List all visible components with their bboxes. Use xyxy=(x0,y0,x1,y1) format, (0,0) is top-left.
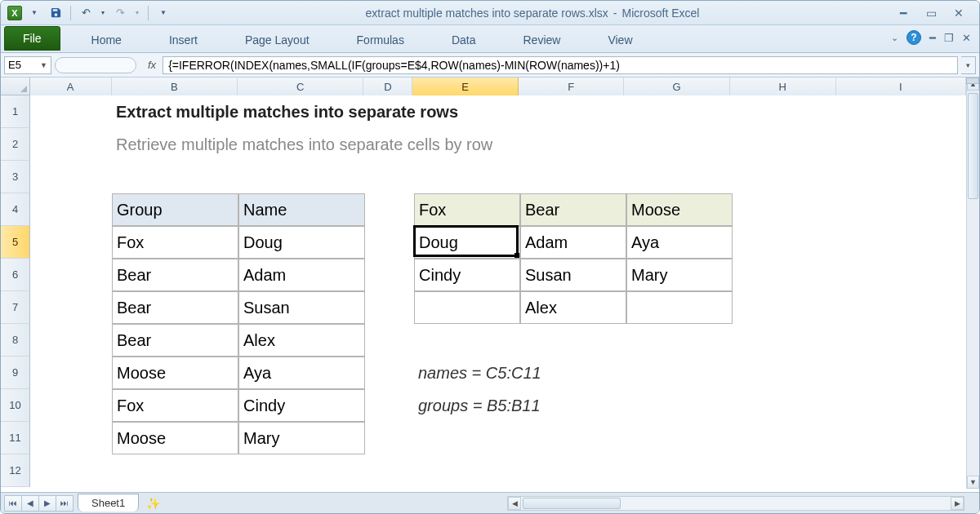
left-cell-group[interactable]: Moose xyxy=(112,422,238,454)
redo-dropdown-icon[interactable]: ▾ xyxy=(132,4,142,22)
redo-button[interactable]: ↷ xyxy=(111,4,129,22)
row-header-5[interactable]: 5 xyxy=(1,226,30,259)
col-header-G[interactable]: G xyxy=(624,78,730,95)
left-cell-name[interactable]: Cindy xyxy=(238,389,365,422)
note-groups[interactable]: groups = B5:B11 xyxy=(414,389,741,422)
tab-home[interactable]: Home xyxy=(91,28,122,52)
sheet-tab-active[interactable]: Sheet1 xyxy=(78,494,139,512)
left-cell-group[interactable]: Bear xyxy=(112,324,238,357)
row-header-6[interactable]: 6 xyxy=(1,259,30,291)
ribbon-minimize-icon[interactable]: ⌄ xyxy=(891,33,898,43)
row-header-10[interactable]: 10 xyxy=(1,389,30,422)
right-cell[interactable]: Cindy xyxy=(414,259,520,291)
col-header-H[interactable]: H xyxy=(730,78,836,95)
spreadsheet-grid[interactable]: ABCDEFGHI 123456789101112 Extract multip… xyxy=(1,78,979,489)
cells-area[interactable]: Extract multiple matches into separate r… xyxy=(30,95,966,489)
row-header-3[interactable]: 3 xyxy=(1,161,30,193)
horizontal-scrollbar[interactable]: ◀ ▶ xyxy=(507,496,964,511)
row-header-8[interactable]: 8 xyxy=(1,324,30,357)
excel-menu-dropdown-icon[interactable]: ▼ xyxy=(25,4,43,22)
quick-access-toolbar: X ▼ ↶ ▾ ↷ ▾ ▼ xyxy=(7,4,172,22)
left-cell-name[interactable]: Doug xyxy=(238,226,365,259)
row-header-2[interactable]: 2 xyxy=(1,128,30,161)
left-cell-name[interactable]: Mary xyxy=(238,422,365,454)
col-header-C[interactable]: C xyxy=(238,78,363,95)
vscroll-thumb[interactable] xyxy=(968,93,978,199)
right-cell[interactable]: Mary xyxy=(626,259,733,291)
sheet-nav-first-icon[interactable]: ⏮ xyxy=(4,495,22,512)
col-header-D[interactable]: D xyxy=(363,78,412,95)
right-cell[interactable]: Aya xyxy=(626,226,733,259)
right-header-moose[interactable]: Moose xyxy=(626,193,733,226)
file-tab[interactable]: File xyxy=(4,26,60,51)
col-header-F[interactable]: F xyxy=(519,78,625,95)
scroll-right-icon[interactable]: ▶ xyxy=(951,497,964,510)
row-header-9[interactable]: 9 xyxy=(1,357,30,389)
row-header-12[interactable]: 12 xyxy=(1,454,30,487)
left-cell-name[interactable]: Susan xyxy=(238,291,365,324)
maximize-button[interactable]: ▭ xyxy=(920,6,942,20)
page-subtitle[interactable]: Retrieve multiple matches into separate … xyxy=(112,128,847,161)
name-box-dropdown-icon[interactable]: ▼ xyxy=(40,61,47,69)
close-button[interactable]: ✕ xyxy=(948,6,969,20)
help-icon[interactable]: ? xyxy=(906,30,921,45)
hscroll-thumb[interactable] xyxy=(523,498,621,509)
formula-input[interactable]: {=IFERROR(INDEX(names,SMALL(IF(groups=E$… xyxy=(163,56,958,74)
vertical-scrollbar[interactable]: ▲ ▼ xyxy=(966,78,979,489)
left-cell-group[interactable]: Bear xyxy=(112,259,238,291)
scroll-down-icon[interactable]: ▼ xyxy=(967,476,979,489)
fx-button[interactable]: fx xyxy=(148,59,156,71)
col-header-I[interactable]: I xyxy=(836,78,966,95)
excel-app-icon[interactable]: X xyxy=(7,6,22,20)
qat-customize-icon[interactable]: ▼ xyxy=(154,4,172,22)
right-cell[interactable]: Alex xyxy=(520,291,626,324)
left-cell-name[interactable]: Alex xyxy=(238,324,365,357)
split-handle[interactable] xyxy=(966,78,979,84)
sheet-nav-next-icon[interactable]: ▶ xyxy=(38,495,56,512)
right-cell[interactable] xyxy=(626,291,733,324)
scroll-left-icon[interactable]: ◀ xyxy=(508,497,521,510)
save-button[interactable] xyxy=(47,4,65,22)
minimize-button[interactable]: ━ xyxy=(893,6,914,20)
right-header-bear[interactable]: Bear xyxy=(520,193,626,226)
formula-expand-icon[interactable]: ▾ xyxy=(961,56,976,74)
select-all-corner[interactable] xyxy=(1,78,30,95)
tab-review[interactable]: Review xyxy=(523,28,561,52)
right-cell[interactable] xyxy=(414,291,520,324)
sheet-nav-prev-icon[interactable]: ◀ xyxy=(21,495,39,512)
tab-page-layout[interactable]: Page Layout xyxy=(245,28,310,52)
note-names[interactable]: names = C5:C11 xyxy=(414,357,741,389)
left-cell-group[interactable]: Bear xyxy=(112,291,238,324)
name-box[interactable]: E5 ▼ xyxy=(4,56,51,74)
right-cell[interactable]: Susan xyxy=(520,259,626,291)
left-cell-group[interactable]: Fox xyxy=(112,389,238,422)
sheet-nav-last-icon[interactable]: ⏭ xyxy=(56,495,74,512)
row-header-11[interactable]: 11 xyxy=(1,422,30,454)
undo-dropdown-icon[interactable]: ▾ xyxy=(98,4,108,22)
left-cell-group[interactable]: Fox xyxy=(112,226,238,259)
col-header-A[interactable]: A xyxy=(30,78,112,95)
left-cell-name[interactable]: Aya xyxy=(238,357,365,389)
tab-view[interactable]: View xyxy=(608,28,632,52)
new-sheet-icon[interactable]: ✨ xyxy=(144,496,162,511)
right-header-fox[interactable]: Fox xyxy=(414,193,520,226)
row-header-1[interactable]: 1 xyxy=(1,95,30,128)
tab-insert[interactable]: Insert xyxy=(169,28,198,52)
col-header-E[interactable]: E xyxy=(412,78,519,95)
row-header-7[interactable]: 7 xyxy=(1,291,30,324)
left-header-group[interactable]: Group xyxy=(112,193,238,226)
right-cell[interactable]: Doug xyxy=(414,226,520,259)
undo-button[interactable]: ↶ xyxy=(77,4,95,22)
doc-restore-icon[interactable]: ❐ xyxy=(944,32,954,44)
page-title[interactable]: Extract multiple matches into separate r… xyxy=(112,95,847,128)
row-header-4[interactable]: 4 xyxy=(1,193,30,226)
left-cell-name[interactable]: Adam xyxy=(238,259,365,291)
doc-close-icon[interactable]: ✕ xyxy=(962,32,971,44)
right-cell[interactable]: Adam xyxy=(520,226,626,259)
tab-formulas[interactable]: Formulas xyxy=(357,28,404,52)
left-cell-group[interactable]: Moose xyxy=(112,357,238,389)
tab-data[interactable]: Data xyxy=(452,28,476,52)
col-header-B[interactable]: B xyxy=(112,78,238,95)
left-header-name[interactable]: Name xyxy=(238,193,365,226)
doc-minimize-icon[interactable]: ━ xyxy=(929,32,936,44)
